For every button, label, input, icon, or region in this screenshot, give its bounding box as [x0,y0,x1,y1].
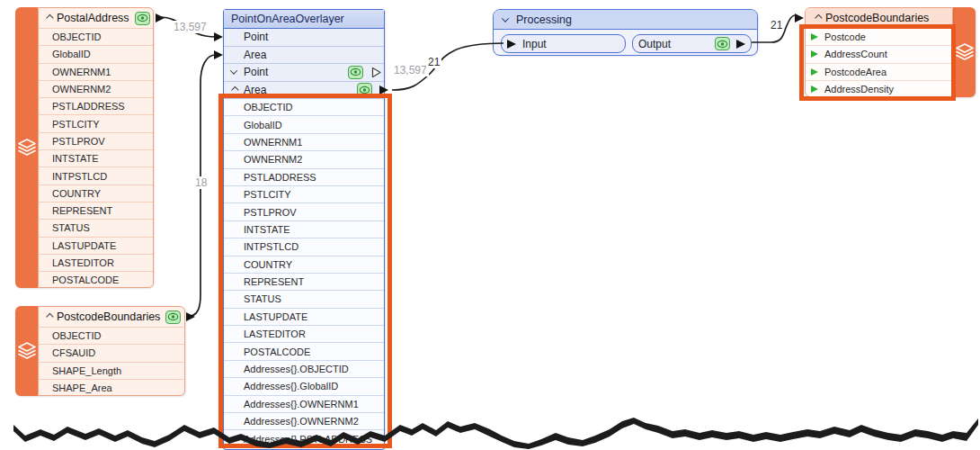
postcode-boundaries-src-title: PostcodeBoundaries [57,310,160,323]
field-name: POSTALCODE [52,274,119,285]
eye-glyph [137,14,148,22]
field-row[interactable]: PSTLPROV [39,132,153,149]
layers-icon [17,342,37,360]
postcode-boundaries-writer-node[interactable]: PostcodeBoundaries Postcode AddressCount [805,7,976,97]
field-row[interactable]: INTPSTLCD [39,166,153,184]
field-row[interactable]: PostcodeArea [806,63,952,80]
postcode-boundaries-src-node[interactable]: PostcodeBoundaries OBJECTID CFSAUID SHAP… [15,306,195,396]
field-name: CFSAUID [52,347,95,358]
count-label-area-to-processing: 21 [426,56,441,68]
visibility-eye-icon[interactable] [135,12,150,25]
field-name: SHAPE_Length [52,365,121,376]
attribute-mapped-icon [811,50,818,58]
field-name: PSTLCITY [52,119,100,130]
field-row[interactable]: POSTALCODE [39,271,153,288]
eye-glyph [167,312,179,321]
field-row[interactable]: REPRESENT [39,202,153,219]
field-row[interactable]: SHAPE_Area [39,379,184,396]
workbench-canvas: PostalAddress OBJECTID GlobalID OWNERNM1… [0,0,980,450]
field-row[interactable]: LASTUPDATE [39,237,153,254]
postal-address-header[interactable]: PostalAddress [39,8,153,28]
field-name: PSTLADDRESS [52,101,125,112]
writer-type-strip[interactable] [953,7,976,97]
field-row[interactable]: GlobalID [39,45,153,62]
postcode-boundaries-src-header[interactable]: PostcodeBoundaries [39,307,184,327]
postcode-boundaries-type-strip[interactable] [15,306,38,396]
field-name: GlobalID [52,49,91,59]
field-row[interactable]: AddressCount [806,45,952,62]
collapse-chevron-icon[interactable] [46,14,53,22]
field-row[interactable]: INTSTATE [39,149,153,166]
writer-header[interactable]: PostcodeBoundaries [806,8,952,28]
field-row[interactable]: PSTLCITY [39,114,153,131]
count-label-processing-to-writer: 21 [769,19,784,32]
field-name: PostcodeArea [824,67,886,77]
field-row[interactable]: OWNERNM2 [39,80,153,97]
field-name: OWNERNM2 [52,84,111,94]
postal-address-type-strip[interactable] [15,7,38,288]
field-name: AddressDensity [824,84,894,94]
writer-field-list: Postcode AddressCount PostcodeArea [806,28,952,97]
layers-icon [17,139,37,157]
attribute-mapped-icon [811,68,818,76]
field-name: OBJECTID [52,330,101,341]
count-label-boundaries-to-area: 18 [193,176,209,189]
field-name: OWNERNM1 [52,67,111,77]
attribute-mapped-icon [811,86,818,93]
field-row[interactable]: SHAPE_Length [39,362,184,379]
field-name: SHAPE_Area [52,382,112,393]
field-name: INTPSTLCD [52,171,107,182]
postal-address-title: PostalAddress [57,12,129,24]
field-row[interactable]: PSTLADDRESS [39,97,153,114]
count-label-point-output: 13,597 [392,64,429,76]
field-row[interactable]: LASTEDITOR [39,254,153,271]
field-row[interactable]: AddressDensity [806,80,952,97]
postal-address-node[interactable]: PostalAddress OBJECTID GlobalID OWNERNM1… [15,7,161,288]
field-row[interactable]: COUNTRY [39,184,153,202]
field-row[interactable]: OBJECTID [39,327,184,344]
field-name: COUNTRY [52,188,101,199]
layers-icon [955,43,975,61]
attribute-mapped-icon [811,33,818,40]
field-name: LASTUPDATE [52,240,116,251]
field-row[interactable]: OWNERNM1 [39,63,153,80]
postcode-boundaries-src-field-list: OBJECTID CFSAUID SHAPE_Length SHAPE_Area [39,327,184,396]
field-name: INTSTATE [52,153,99,164]
collapse-chevron-icon[interactable] [815,14,822,22]
field-name: REPRESENT [52,205,112,216]
field-name: Postcode [824,32,866,42]
field-name: AddressCount [824,49,887,59]
field-name: STATUS [52,222,90,233]
output-port-icon[interactable] [156,14,165,22]
writer-title: PostcodeBoundaries [825,12,929,24]
field-name: OBJECTID [52,32,101,42]
field-row[interactable]: Postcode [806,28,952,45]
field-row[interactable]: STATUS [39,219,153,236]
field-row[interactable]: CFSAUID [39,344,184,361]
postal-address-field-list: OBJECTID GlobalID OWNERNM1 OWNERNM2 PSTL… [39,28,153,288]
visibility-eye-icon[interactable] [165,310,181,324]
count-label-postal-to-point: 13,597 [172,21,209,33]
output-port-icon[interactable] [186,312,195,321]
field-name: LASTEDITOR [52,257,114,268]
input-port-icon[interactable] [795,14,804,22]
collapse-chevron-icon[interactable] [46,313,53,320]
field-row[interactable]: OBJECTID [39,28,153,45]
field-name: PSTLPROV [52,136,105,147]
